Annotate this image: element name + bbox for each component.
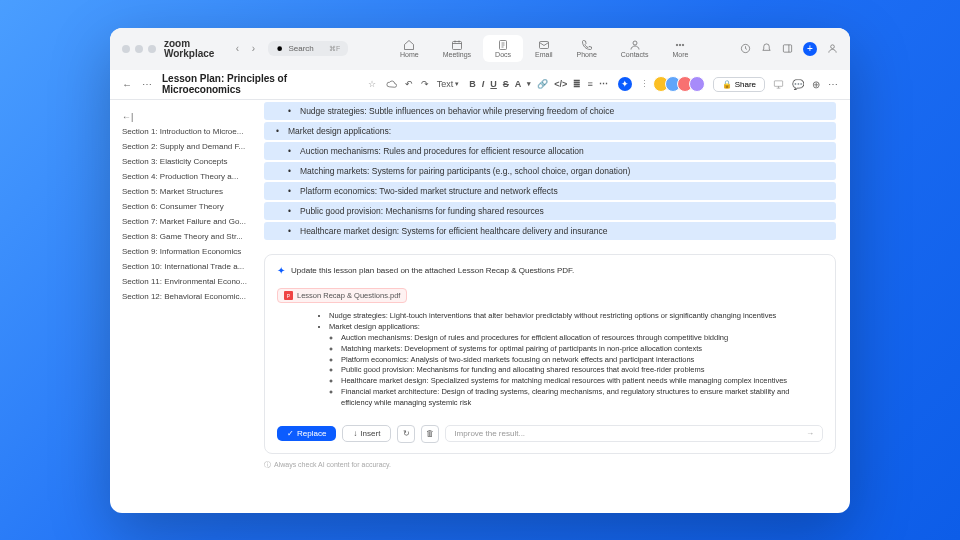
doc-bullet[interactable]: Healthcare market design: Systems for ef… [264,222,836,240]
outline-item[interactable]: Section 9: Information Economics [122,244,260,259]
bell-icon[interactable] [761,43,772,54]
outline-sidebar: ←| Section 1: Introduction to Microe...S… [110,100,260,513]
titlebar: zoom Workplace ‹ › Search⌘F HomeMeetings… [110,28,850,70]
ai-result: Nudge strategies: Light-touch interventi… [277,303,823,417]
avatar-icon[interactable] [827,43,838,54]
cloud-icon[interactable] [386,79,397,90]
back-button[interactable]: ← [122,79,132,90]
tab-docs[interactable]: Docs [483,35,523,62]
svg-rect-9 [783,45,791,52]
ai-disclaimer: ⓘ Always check AI content for accuracy. [264,460,836,470]
ai-button[interactable]: ✦ [618,77,632,91]
outline-item[interactable]: Section 3: Elasticity Concepts [122,154,260,169]
outline-item[interactable]: Section 8: Game Theory and Str... [122,229,260,244]
list-icon[interactable]: ≣ [573,79,581,89]
strike-button[interactable]: S [503,79,509,89]
history-icon[interactable] [740,43,751,54]
doc-bullet[interactable]: Market design applications: [264,122,836,140]
text-style[interactable]: Text▾ [437,79,460,89]
star-icon[interactable]: ☆ [368,79,376,89]
comment-icon[interactable]: 💬 [792,79,804,90]
collaborators[interactable] [657,76,705,92]
tab-more[interactable]: More [660,35,700,62]
doc-bullet[interactable]: Public good provision: Mechanisms for fu… [264,202,836,220]
underline-button[interactable]: U [490,79,497,89]
svg-rect-1 [452,42,461,50]
panel-icon[interactable] [782,43,793,54]
outline-item[interactable]: Section 10: International Trade a... [122,259,260,274]
link-icon[interactable]: 🔗 [537,79,548,89]
outline-item[interactable]: Section 6: Consumer Theory [122,199,260,214]
delete-button[interactable]: 🗑 [421,425,439,443]
outline-item[interactable]: Section 4: Production Theory a... [122,169,260,184]
doc-title[interactable]: Lesson Plan: Principles of Microeconomic… [162,73,358,95]
present-icon[interactable] [773,79,784,90]
breadcrumb[interactable]: ⋯ [142,79,152,90]
search-input[interactable]: Search⌘F [268,41,348,56]
svg-point-0 [278,46,283,51]
align-icon[interactable]: ≡ [587,79,592,89]
replace-button[interactable]: ✓ Replace [277,426,336,441]
toolbar: ← ⋯ Lesson Plan: Principles of Microecon… [110,70,850,100]
tab-phone[interactable]: Phone [565,35,609,62]
svg-rect-3 [539,42,548,49]
svg-point-7 [683,44,685,46]
ai-prompt-text: Update this lesson plan based on the att… [291,266,574,275]
more-icon[interactable]: ⋯ [828,79,838,90]
tab-contacts[interactable]: Contacts [609,35,661,62]
improve-input[interactable]: Improve the result...→ [445,425,823,442]
svg-point-10 [831,45,835,49]
outline-item[interactable]: Section 5: Market Structures [122,184,260,199]
tab-meetings[interactable]: Meetings [431,35,483,62]
nav-tabs: HomeMeetingsDocsEmailPhoneContactsMore [388,35,700,62]
svg-point-5 [677,44,679,46]
nav-back[interactable]: ‹ [230,43,244,54]
sparkle-icon: ✦ [277,265,285,276]
app-window: zoom Workplace ‹ › Search⌘F HomeMeetings… [110,28,850,513]
attachment-chip[interactable]: P Lesson Recap & Questions.pdf [277,288,407,303]
pdf-icon: P [284,291,293,300]
undo-icon[interactable]: ↶ [405,79,413,89]
italic-button[interactable]: I [482,79,485,89]
globe-icon[interactable]: ⊕ [812,79,820,90]
redo-icon[interactable]: ↷ [421,79,429,89]
add-button[interactable]: + [803,42,817,56]
svg-point-6 [680,44,682,46]
ai-card: ✦ Update this lesson plan based on the a… [264,254,836,454]
search-icon [276,45,284,53]
svg-point-4 [633,41,637,45]
doc-bullet[interactable]: Matching markets: Systems for pairing pa… [264,162,836,180]
doc-bullet[interactable]: Auction mechanisms: Rules and procedures… [264,142,836,160]
nav-fwd[interactable]: › [246,43,260,54]
document-canvas[interactable]: Nudge strategies: Subtle influences on b… [260,100,850,513]
outline-collapse[interactable]: ←| [122,110,260,124]
code-icon[interactable]: </> [554,79,567,89]
line-icon[interactable]: ⋯ [599,79,608,89]
outline-item[interactable]: Section 1: Introduction to Microe... [122,124,260,139]
regenerate-button[interactable]: ↻ [397,425,415,443]
tab-email[interactable]: Email [523,35,565,62]
doc-bullet[interactable]: Nudge strategies: Subtle influences on b… [264,102,836,120]
brand-logo: zoom Workplace [164,39,214,59]
doc-bullet[interactable]: Platform economics: Two-sided market str… [264,182,836,200]
bold-button[interactable]: B [469,79,476,89]
tab-home[interactable]: Home [388,35,431,62]
outline-item[interactable]: Section 2: Supply and Demand F... [122,139,260,154]
textcolor-button[interactable]: A [515,79,522,89]
outline-item[interactable]: Section 12: Behavioral Economic... [122,289,260,304]
svg-rect-11 [774,80,782,86]
insert-button[interactable]: ↓ Insert [342,425,391,442]
window-controls[interactable] [122,45,156,53]
outline-item[interactable]: Section 7: Market Failure and Go... [122,214,260,229]
outline-item[interactable]: Section 11: Environmental Econo... [122,274,260,289]
share-button[interactable]: 🔒Share [713,77,765,92]
